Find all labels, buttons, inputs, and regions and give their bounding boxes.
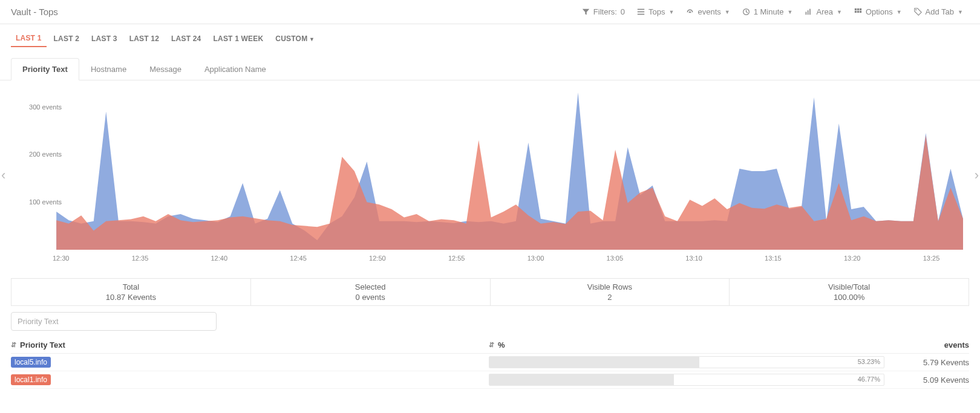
timerange-bar: LAST 1LAST 2LAST 3LAST 12LAST 24LAST 1 W…: [0, 24, 980, 47]
chart-panel: ‹ › 100 events200 events300 events12:301…: [0, 80, 980, 270]
chart-prev-button[interactable]: ‹: [1, 167, 5, 183]
charttype-label: Area: [816, 7, 832, 16]
svg-text:12:45: 12:45: [290, 255, 307, 262]
events-dropdown[interactable]: events ▼: [680, 5, 736, 19]
svg-text:12:50: 12:50: [369, 255, 386, 262]
chevron-down-icon: ▼: [669, 9, 675, 15]
chart-icon: [805, 8, 812, 16]
svg-text:12:35: 12:35: [132, 255, 149, 262]
stat-visible-rows: Visible Rows2: [491, 279, 730, 305]
list-icon: [637, 8, 645, 16]
svg-text:12:30: 12:30: [53, 255, 70, 262]
event-count: 5.09 Kevents: [884, 376, 969, 385]
svg-rect-11: [857, 11, 859, 13]
timerange-custom[interactable]: CUSTOM ▼: [270, 31, 319, 47]
svg-text:300 events: 300 events: [29, 103, 62, 111]
svg-text:13:20: 13:20: [844, 255, 861, 262]
sort-icon[interactable]: ⇵: [11, 341, 16, 349]
filter-row: [0, 312, 980, 337]
timerange-last-12[interactable]: LAST 12: [125, 31, 164, 47]
timerange-last-24[interactable]: LAST 24: [166, 31, 206, 47]
svg-rect-6: [810, 9, 811, 15]
results-table: ⇵ Priority Text ⇵ % events local5.info53…: [0, 337, 980, 398]
stats-row: Total10.87 KeventsSelected0 eventsVisibl…: [11, 278, 969, 306]
tab-hostname[interactable]: Hostname: [79, 58, 138, 80]
filters-label: Filters:: [593, 7, 617, 16]
col-percent[interactable]: %: [498, 340, 505, 350]
area-chart[interactable]: 100 events200 events300 events12:3012:35…: [11, 86, 969, 268]
tops-label: Tops: [648, 7, 665, 16]
filter-icon: [582, 8, 590, 16]
percent-bar: 53.23%: [489, 356, 884, 368]
timerange-last-1[interactable]: LAST 1: [11, 30, 47, 47]
addtab-button[interactable]: Add Tab ▼: [908, 5, 969, 19]
svg-rect-1: [638, 11, 644, 13]
svg-text:13:05: 13:05: [607, 255, 624, 262]
timerange-last-2[interactable]: LAST 2: [49, 31, 85, 47]
priority-pill[interactable]: local5.info: [11, 357, 51, 368]
stat-visible-total: Visible/Total100.00%: [730, 279, 969, 305]
stat-total: Total10.87 Kevents: [11, 279, 251, 305]
svg-rect-5: [808, 10, 809, 15]
tag-icon: [914, 8, 922, 16]
tops-dropdown[interactable]: Tops ▼: [631, 5, 680, 19]
svg-text:13:15: 13:15: [765, 255, 782, 262]
svg-text:12:40: 12:40: [211, 255, 228, 262]
chevron-down-icon: ▼: [725, 9, 730, 15]
svg-text:12:55: 12:55: [448, 255, 465, 262]
tab-priority-text[interactable]: Priority Text: [11, 58, 79, 80]
chart-next-button[interactable]: ›: [975, 167, 979, 183]
chevron-down-icon: ▼: [837, 9, 842, 15]
svg-rect-2: [638, 14, 644, 15]
clock-icon: [742, 8, 750, 16]
options-label: Options: [866, 7, 893, 16]
col-events[interactable]: events: [884, 340, 969, 350]
svg-rect-0: [638, 9, 644, 10]
svg-rect-8: [857, 8, 859, 10]
addtab-label: Add Tab: [926, 7, 954, 16]
field-tabs: Priority TextHostnameMessageApplication …: [0, 47, 980, 80]
filters-count: 0: [621, 7, 625, 16]
svg-text:13:00: 13:00: [528, 255, 544, 262]
gauge-icon: [686, 8, 694, 16]
table-row[interactable]: local1.info46.77%5.09 Kevents: [11, 371, 969, 389]
percent-bar: 46.77%: [489, 374, 884, 386]
svg-rect-12: [860, 11, 861, 13]
sort-icon[interactable]: ⇵: [489, 341, 494, 349]
filters-button[interactable]: Filters: 0: [576, 5, 631, 19]
table-row[interactable]: local5.info53.23%5.79 Kevents: [11, 354, 969, 371]
svg-text:13:10: 13:10: [685, 255, 702, 262]
event-count: 5.79 Kevents: [884, 358, 969, 367]
interval-label: 1 Minute: [754, 7, 784, 16]
svg-point-13: [915, 9, 916, 10]
chevron-down-icon: ▼: [307, 36, 315, 42]
grid-icon: [854, 8, 862, 16]
interval-dropdown[interactable]: 1 Minute ▼: [736, 5, 799, 19]
tab-application-name[interactable]: Application Name: [193, 58, 278, 80]
top-toolbar: Vault - Tops Filters: 0 Tops ▼ events ▼ …: [0, 0, 980, 24]
svg-rect-4: [806, 12, 807, 15]
priority-text-filter-input[interactable]: [11, 312, 217, 331]
svg-rect-9: [860, 8, 861, 10]
events-label: events: [697, 7, 720, 16]
options-dropdown[interactable]: Options ▼: [848, 5, 908, 19]
svg-text:13:25: 13:25: [923, 255, 940, 262]
priority-pill[interactable]: local1.info: [11, 374, 51, 385]
chevron-down-icon: ▼: [958, 9, 963, 15]
svg-rect-7: [855, 8, 857, 10]
svg-text:100 events: 100 events: [29, 198, 62, 206]
svg-text:200 events: 200 events: [29, 151, 62, 158]
timerange-last-3[interactable]: LAST 3: [87, 31, 122, 47]
page-title: Vault - Tops: [11, 7, 58, 17]
charttype-dropdown[interactable]: Area ▼: [799, 5, 848, 19]
col-priority-text[interactable]: Priority Text: [20, 340, 65, 350]
tab-message[interactable]: Message: [138, 58, 193, 80]
svg-rect-10: [855, 11, 857, 13]
stat-selected: Selected0 events: [251, 279, 491, 305]
chevron-down-icon: ▼: [897, 9, 902, 15]
chevron-down-icon: ▼: [788, 9, 793, 15]
table-header: ⇵ Priority Text ⇵ % events: [11, 337, 969, 354]
timerange-last-1-week[interactable]: LAST 1 WEEK: [208, 31, 268, 47]
